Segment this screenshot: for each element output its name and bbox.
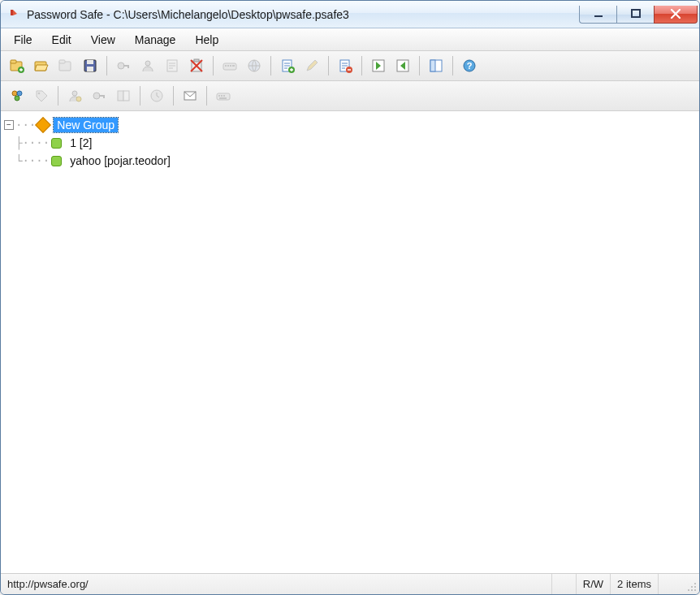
menu-file[interactable]: File [4, 28, 42, 50]
autotype-icon[interactable] [218, 54, 241, 77]
svg-point-57 [694, 589, 696, 591]
svg-point-38 [72, 91, 77, 96]
collapse-icon[interactable] [391, 54, 414, 77]
svg-rect-42 [103, 95, 105, 98]
toolbar-separator [58, 86, 58, 106]
titlebar: Password Safe - C:\Users\Michelangelo\De… [1, 1, 699, 28]
svg-rect-49 [221, 95, 223, 97]
svg-point-35 [17, 91, 22, 96]
svg-rect-9 [87, 60, 93, 64]
app-icon [7, 7, 22, 22]
toolbar-separator [173, 86, 174, 106]
toolbar-separator [419, 56, 420, 75]
svg-rect-20 [227, 65, 229, 67]
toolbar-separator [206, 86, 207, 106]
clear-clipboard-icon[interactable] [185, 54, 208, 77]
secondary-toolbar [1, 81, 699, 111]
svg-rect-31 [430, 60, 435, 71]
backup-icon[interactable] [145, 84, 168, 107]
options-icon[interactable] [425, 54, 447, 77]
status-empty [552, 574, 577, 594]
generate-password-icon[interactable] [88, 84, 110, 107]
svg-point-53 [691, 586, 693, 588]
edit-entry-icon[interactable] [300, 54, 323, 77]
toolbar-separator [452, 56, 453, 75]
tree-connector: ├···· [15, 136, 50, 149]
save-db-icon[interactable] [79, 54, 102, 77]
keyboard-icon[interactable] [212, 84, 235, 107]
svg-point-52 [694, 583, 696, 584]
browse-url-icon[interactable] [243, 54, 266, 77]
svg-point-34 [12, 91, 17, 96]
svg-rect-22 [232, 65, 235, 67]
svg-rect-19 [225, 65, 227, 67]
tree-connector: ··· [15, 119, 36, 132]
svg-rect-44 [123, 91, 129, 101]
svg-rect-51 [219, 97, 227, 99]
entries-tree[interactable]: − ··· New Group ├···· 1 [2] └···· yahoo … [1, 111, 699, 573]
email-icon[interactable] [179, 84, 201, 107]
svg-point-55 [688, 589, 689, 591]
svg-point-36 [15, 96, 19, 101]
menu-edit[interactable]: Edit [42, 28, 81, 50]
copy-notes-icon[interactable] [161, 54, 184, 77]
copy-password-icon[interactable] [112, 54, 135, 77]
svg-rect-0 [594, 15, 603, 17]
entry-label[interactable]: yahoo [pojar.teodor] [67, 153, 174, 168]
menu-manage[interactable]: Manage [125, 28, 186, 50]
tree-entry-row[interactable]: ├···· 1 [2] [4, 134, 696, 152]
expand-icon[interactable] [367, 54, 390, 77]
svg-point-14 [145, 61, 150, 66]
entry-icon [51, 156, 62, 166]
toolbar-separator [361, 56, 362, 75]
svg-rect-50 [223, 95, 225, 97]
tag-icon[interactable] [30, 84, 53, 107]
menu-help[interactable]: Help [185, 28, 228, 50]
group-label[interactable]: New Group [54, 118, 118, 132]
manage-filters-icon[interactable] [6, 84, 28, 107]
svg-rect-21 [230, 65, 231, 67]
resize-grip-icon[interactable] [683, 574, 699, 594]
minimize-button[interactable] [579, 6, 616, 24]
window-controls [579, 1, 698, 28]
compare-icon[interactable] [112, 84, 135, 107]
maximize-button[interactable] [616, 6, 654, 24]
svg-rect-48 [218, 95, 220, 97]
toolbar-separator [140, 86, 140, 106]
svg-text:?: ? [467, 61, 473, 71]
delete-entry-icon[interactable] [334, 54, 356, 77]
status-rw: R/W [577, 574, 611, 594]
expander-icon[interactable]: − [4, 120, 14, 130]
svg-rect-3 [11, 60, 16, 63]
close-button[interactable] [654, 6, 698, 24]
svg-rect-43 [118, 91, 123, 101]
tree-connector: └···· [15, 154, 50, 167]
new-db-icon[interactable] [6, 54, 28, 77]
svg-rect-13 [127, 65, 129, 68]
svg-point-39 [76, 97, 81, 101]
svg-point-40 [93, 93, 100, 99]
open-db-icon[interactable] [30, 54, 53, 77]
status-item-count: 2 items [611, 574, 659, 594]
group-icon [35, 117, 51, 133]
svg-point-54 [694, 586, 696, 588]
menubar: File Edit View Manage Help [1, 28, 699, 51]
svg-rect-10 [87, 67, 93, 71]
entry-icon [51, 138, 62, 149]
close-db-icon[interactable] [54, 54, 77, 77]
help-icon[interactable]: ? [458, 54, 481, 77]
svg-rect-17 [194, 59, 199, 62]
password-policy-icon[interactable] [63, 84, 86, 107]
svg-rect-7 [59, 60, 65, 63]
app-window: Password Safe - C:\Users\Michelangelo\De… [0, 0, 700, 595]
add-entry-icon[interactable] [276, 54, 299, 77]
menu-view[interactable]: View [81, 28, 125, 50]
toolbar-separator [328, 56, 329, 75]
tree-entry-row[interactable]: └···· yahoo [pojar.teodor] [4, 152, 696, 170]
toolbar-separator [106, 56, 107, 75]
svg-point-11 [118, 63, 124, 69]
entry-label[interactable]: 1 [2] [67, 136, 95, 150]
tree-group-row[interactable]: − ··· New Group [4, 116, 696, 134]
copy-username-icon[interactable] [136, 54, 159, 77]
svg-point-37 [38, 93, 41, 95]
